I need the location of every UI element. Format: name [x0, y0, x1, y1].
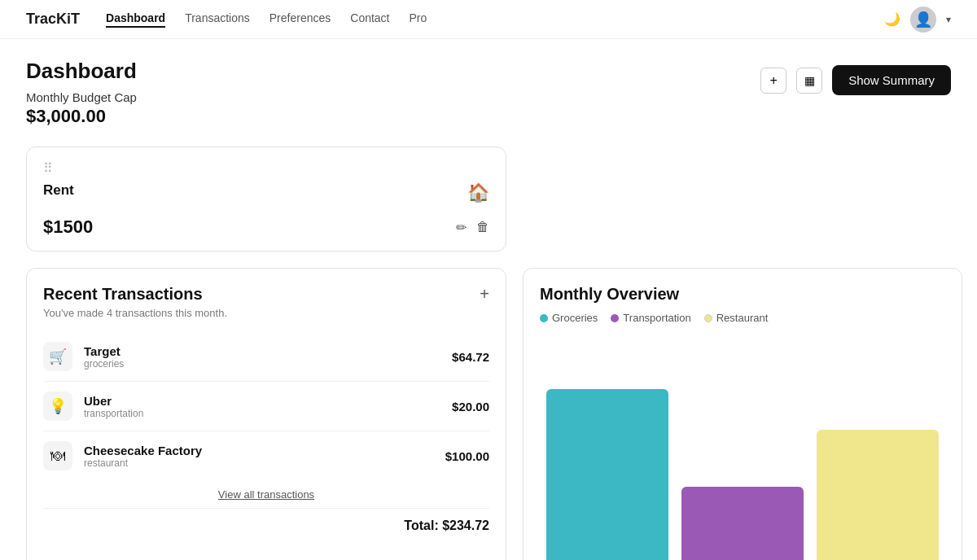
- transactions-card: Recent Transactions + You've made 4 tran…: [26, 268, 506, 560]
- rent-actions: ✏ 🗑: [456, 220, 489, 235]
- bar-transportation: [681, 487, 804, 560]
- page-header: Dashboard Monthly Budget Cap $3,000.00 +…: [26, 59, 951, 127]
- transaction-item: 🍽 Cheesecake Factory restaurant $100.00: [43, 431, 489, 480]
- rent-title: Rent: [43, 182, 74, 199]
- overview-legend: Groceries Transportation Restaurant: [540, 312, 945, 324]
- tx-name-target: Target: [84, 344, 452, 358]
- nav-transactions[interactable]: Transactions: [185, 11, 250, 28]
- transactions-subtitle: You've made 4 transactions this month.: [43, 307, 489, 319]
- nav-right: 🌙 👤 ▾: [884, 7, 951, 33]
- transaction-list: 🛒 Target groceries $64.72 💡 Uber transpo…: [43, 332, 489, 480]
- rent-card-header: Rent 🏠: [43, 182, 489, 203]
- avatar[interactable]: 👤: [910, 7, 936, 33]
- restaurant-dot: [704, 314, 712, 322]
- tx-info-target: Target groceries: [84, 344, 452, 370]
- chart-area: [540, 340, 945, 560]
- tx-info-uber: Uber transportation: [84, 394, 452, 419]
- tx-name-cheesecake: Cheesecake Factory: [84, 444, 445, 457]
- cheesecake-icon: 🍽: [43, 441, 72, 470]
- transactions-header: Recent Transactions +: [43, 285, 489, 304]
- nav-pro[interactable]: Pro: [410, 11, 427, 28]
- target-icon: 🛒: [43, 342, 72, 371]
- nav-links: Dashboard Transactions Preferences Conta…: [106, 11, 884, 28]
- bar-restaurant: [817, 430, 939, 560]
- nav-preferences[interactable]: Preferences: [269, 11, 331, 28]
- tx-category-target: groceries: [84, 358, 452, 370]
- lower-section: Recent Transactions + You've made 4 tran…: [26, 268, 951, 560]
- dark-mode-icon[interactable]: 🌙: [884, 11, 900, 27]
- tx-amount-target: $64.72: [452, 350, 489, 364]
- budget-label: Monthly Budget Cap: [26, 90, 137, 104]
- transactions-total: Total: $234.72: [43, 508, 489, 533]
- tx-category-cheesecake: restaurant: [84, 457, 445, 469]
- overview-card: Monthly Overview Groceries Transportatio…: [523, 268, 962, 560]
- legend-groceries-label: Groceries: [552, 312, 598, 324]
- tx-info-cheesecake: Cheesecake Factory restaurant: [84, 444, 445, 469]
- add-icon-button[interactable]: +: [760, 68, 786, 94]
- transaction-item: 🛒 Target groceries $64.72: [43, 332, 489, 382]
- drag-handle-icon[interactable]: ⠿: [43, 160, 489, 176]
- tx-name-uber: Uber: [84, 394, 452, 408]
- budget-amount: $3,000.00: [26, 106, 137, 127]
- rent-amount: $1500: [43, 217, 93, 238]
- transactions-title: Recent Transactions: [43, 285, 203, 304]
- overview-title: Monthly Overview: [540, 285, 945, 304]
- transaction-item: 💡 Uber transportation $20.00: [43, 382, 489, 431]
- rent-card: ⠿ Rent 🏠 $1500 ✏ 🗑: [26, 147, 506, 252]
- edit-rent-button[interactable]: ✏: [456, 220, 467, 235]
- rent-card-footer: $1500 ✏ 🗑: [43, 217, 489, 238]
- page-title: Dashboard: [26, 59, 137, 84]
- nav-contact[interactable]: Contact: [350, 11, 389, 28]
- add-transaction-button[interactable]: +: [480, 285, 489, 304]
- delete-rent-button[interactable]: 🗑: [476, 220, 489, 235]
- groceries-dot: [540, 314, 548, 322]
- uber-icon: 💡: [43, 392, 72, 421]
- page-header-left: Dashboard Monthly Budget Cap $3,000.00: [26, 59, 137, 127]
- legend-transportation-label: Transportation: [623, 312, 690, 324]
- legend-restaurant-label: Restaurant: [716, 312, 769, 324]
- grid-icon-button[interactable]: ▦: [796, 68, 822, 94]
- header-actions: + ▦ Show Summary: [760, 65, 951, 95]
- bar-groceries: [546, 389, 668, 560]
- legend-restaurant: Restaurant: [704, 312, 769, 324]
- chevron-down-icon[interactable]: ▾: [946, 14, 951, 25]
- view-all-link[interactable]: View all transactions: [218, 488, 314, 501]
- legend-transportation: Transportation: [611, 312, 690, 324]
- tx-amount-uber: $20.00: [452, 400, 489, 413]
- tx-amount-cheesecake: $100.00: [445, 449, 489, 463]
- tx-category-uber: transportation: [84, 408, 452, 419]
- transportation-dot: [611, 314, 619, 322]
- view-all[interactable]: View all transactions: [43, 487, 489, 501]
- legend-groceries: Groceries: [540, 312, 598, 324]
- rent-emoji: 🏠: [467, 182, 489, 203]
- show-summary-button[interactable]: Show Summary: [832, 65, 951, 95]
- app-logo: TracKiT: [26, 11, 80, 28]
- nav-dashboard[interactable]: Dashboard: [106, 11, 165, 28]
